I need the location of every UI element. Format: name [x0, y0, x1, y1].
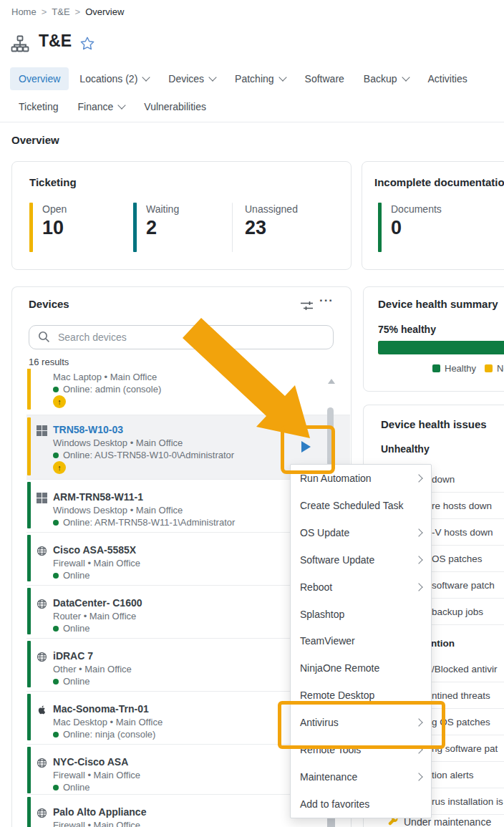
health-progress-bar [378, 341, 504, 354]
section-title: Overview [11, 134, 59, 146]
stat-label: Open [42, 203, 67, 215]
menu-item-label: Maintenance [300, 771, 416, 783]
menu-item-label: Remote Desktop [300, 690, 422, 701]
menu-item-maintenance[interactable]: Maintenance [291, 763, 431, 790]
online-dot [53, 626, 59, 632]
menu-item-splashtop[interactable]: Splashtop [291, 601, 431, 628]
stat-label: Unassigned [245, 203, 298, 215]
device-name[interactable]: NYC-Cisco ASA [53, 756, 128, 768]
tab-overview[interactable]: Overview [10, 67, 69, 90]
health-issue-item: re hosts down [432, 500, 492, 511]
legend-label: Needs attention [497, 363, 504, 374]
ticketing-card: Ticketing Open10Waiting2Unassigned23 [11, 161, 352, 270]
windows-icon [37, 425, 47, 436]
device-status-bar [27, 641, 31, 687]
menu-item-reboot[interactable]: Reboot [291, 574, 431, 601]
device-type-location: Windows Desktop • Main Office [53, 437, 183, 448]
chevron-down-icon [208, 73, 216, 81]
device-context-menu: Run AutomationCreate Scheduled TaskOS Up… [290, 464, 432, 818]
submenu-chevron-icon [415, 773, 422, 780]
device-name[interactable]: DataCenter- C1600 [53, 597, 142, 609]
device-status: Online: ninja (console) [53, 729, 155, 740]
breadcrumb-item-home[interactable]: Home [11, 6, 37, 17]
legend-swatch [432, 364, 440, 372]
tab-locations-2[interactable]: Locations (2) [71, 67, 158, 90]
device-name[interactable]: Palo Alto Appliance [53, 806, 146, 818]
menu-item-software-update[interactable]: Software Update [291, 546, 431, 574]
tab-patching[interactable]: Patching [226, 67, 294, 90]
device-health-summary-card: Device health summary 75% healthy Health… [363, 286, 504, 392]
tab-devices[interactable]: Devices [160, 67, 224, 90]
stat-color-bar [133, 203, 137, 252]
tab-software[interactable]: Software [296, 67, 353, 90]
device-type-location: Firewall • Main Office [53, 558, 140, 569]
tab-vulnerabilities[interactable]: Vulnerabilities [135, 95, 215, 118]
stat-value: 2 [146, 217, 157, 239]
device-status-bar [27, 747, 31, 793]
tab-label: Devices [168, 73, 204, 84]
menu-item-antivirus[interactable]: Antivirus [291, 709, 431, 736]
menu-item-add-to-favorites[interactable]: Add to favorites [291, 790, 431, 818]
legend-item-needs-attention: Needs attention [485, 363, 504, 374]
health-issue-item: g OS patches [432, 717, 490, 727]
device-status: Online: AUS-TRN58-W10-0\Administrator [53, 450, 234, 460]
tab-backup[interactable]: Backup [355, 67, 417, 90]
menu-item-os-update[interactable]: OS Update [291, 519, 431, 546]
menu-item-label: OS Update [300, 527, 416, 538]
menu-item-teamviewer[interactable]: TeamViewer [291, 628, 431, 655]
play-button[interactable] [293, 434, 319, 460]
filter-icon[interactable] [300, 300, 314, 314]
pending-reboot-badge: ↑ [53, 461, 66, 474]
tab-ticketing[interactable]: Ticketing [10, 95, 67, 118]
online-dot [53, 679, 59, 685]
search-input[interactable] [29, 325, 334, 349]
submenu-chevron-icon [415, 583, 422, 591]
tab-finance[interactable]: Finance [69, 95, 134, 118]
scrollbar-up-arrow[interactable] [328, 379, 335, 384]
scrollbar-thumb[interactable] [327, 407, 334, 466]
play-icon [301, 441, 311, 453]
scrollbar-bottom[interactable] [327, 818, 335, 827]
device-status-bar [27, 482, 31, 528]
stat-color-bar [378, 203, 382, 252]
tab-label: Backup [364, 73, 397, 84]
device-row[interactable]: Mac Laptop • Main OfficeOnline: admin (c… [26, 369, 350, 414]
breadcrumb-item-t-e[interactable]: T&E [52, 6, 69, 17]
tab-activities[interactable]: Activities [420, 67, 476, 90]
menu-item-create-scheduled-task[interactable]: Create Scheduled Task [291, 492, 431, 519]
menu-item-remote-tools[interactable]: Remote Tools [291, 736, 431, 763]
stat-label: Documents [391, 203, 442, 215]
menu-item-run-automation[interactable]: Run Automation [291, 465, 431, 492]
menu-item-ninjaone-remote[interactable]: NinjaOne Remote [291, 654, 431, 682]
more-options-icon[interactable]: ··· [319, 294, 334, 308]
health-percent-label: 75% healthy [378, 324, 436, 335]
tab-label: Activities [428, 73, 467, 84]
apple-icon [37, 705, 47, 715]
breadcrumb-item-overview[interactable]: Overview [85, 6, 124, 17]
page: Home>T&E>Overview T&E OverviewLocations … [0, 0, 504, 827]
submenu-chevron-icon [415, 719, 422, 727]
menu-item-label: TeamViewer [300, 635, 422, 647]
menu-item-label: Antivirus [300, 717, 416, 728]
device-name[interactable]: Cisco ASA-5585X [53, 544, 136, 556]
menu-item-remote-desktop[interactable]: Remote Desktop [291, 682, 431, 709]
stat-open: Open10 [29, 202, 130, 253]
menu-item-label: NinjaOne Remote [300, 662, 422, 674]
device-name[interactable]: iDRAC 7 [53, 650, 93, 662]
device-name[interactable]: TRN58-W10-03 [53, 424, 123, 435]
device-type-location: Other • Main Office [53, 664, 132, 674]
breadcrumb-separator: > [42, 6, 47, 17]
submenu-chevron-icon [415, 746, 422, 754]
menu-item-label: Software Update [300, 554, 416, 566]
device-status-text: Online: AUS-TRN58-W10-0\Administrator [63, 450, 234, 460]
globe-icon [37, 808, 47, 818]
device-name[interactable]: Mac-Sonoma-Trn-01 [53, 703, 149, 715]
device-name[interactable]: ARM-TRN58-W11-1 [53, 491, 143, 503]
online-dot [53, 732, 59, 737]
health-summary-title: Device health summary [378, 298, 498, 310]
device-status-bar [27, 535, 31, 581]
online-dot [53, 453, 59, 458]
submenu-chevron-icon [415, 556, 422, 564]
needs-attention-group-header: ntion [431, 638, 455, 649]
favorite-star-icon[interactable] [79, 36, 95, 54]
